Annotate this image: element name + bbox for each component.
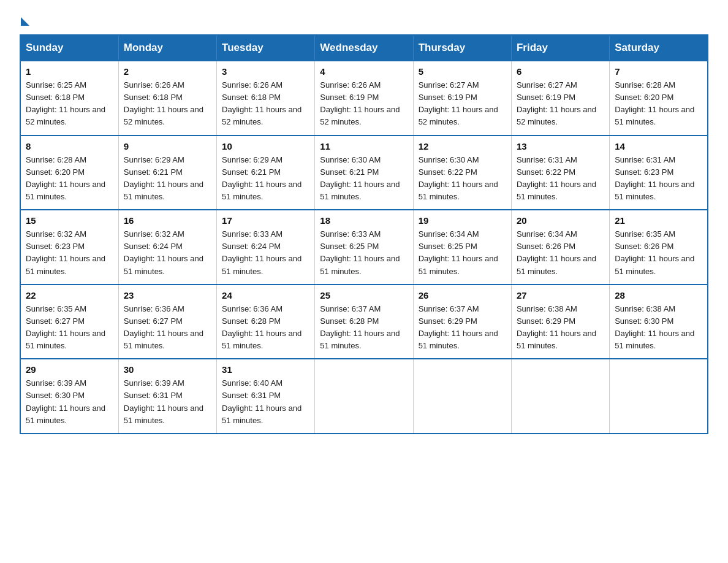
calendar-cell: 17Sunrise: 6:33 AMSunset: 6:24 PMDayligh… <box>217 210 315 285</box>
day-number: 5 <box>419 66 506 77</box>
day-info: Sunrise: 6:26 AMSunset: 6:19 PMDaylight:… <box>320 79 408 129</box>
day-info: Sunrise: 6:40 AMSunset: 6:31 PMDaylight:… <box>222 377 309 427</box>
day-info: Sunrise: 6:39 AMSunset: 6:31 PMDaylight:… <box>124 377 211 427</box>
day-info: Sunrise: 6:37 AMSunset: 6:28 PMDaylight:… <box>320 303 408 353</box>
day-info: Sunrise: 6:35 AMSunset: 6:27 PMDaylight:… <box>26 303 113 353</box>
day-number: 12 <box>419 141 506 151</box>
weekday-header-wednesday: Wednesday <box>315 35 413 61</box>
day-number: 18 <box>320 215 408 226</box>
calendar-cell <box>413 359 511 434</box>
calendar-cell: 15Sunrise: 6:32 AMSunset: 6:23 PMDayligh… <box>20 210 118 285</box>
day-number: 13 <box>517 141 604 151</box>
day-info: Sunrise: 6:33 AMSunset: 6:24 PMDaylight:… <box>222 228 309 278</box>
day-info: Sunrise: 6:25 AMSunset: 6:18 PMDaylight:… <box>26 79 113 129</box>
calendar-cell: 29Sunrise: 6:39 AMSunset: 6:30 PMDayligh… <box>20 359 118 434</box>
day-info: Sunrise: 6:32 AMSunset: 6:24 PMDaylight:… <box>124 228 211 278</box>
day-number: 30 <box>124 364 211 375</box>
day-number: 11 <box>320 141 408 151</box>
calendar-cell: 10Sunrise: 6:29 AMSunset: 6:21 PMDayligh… <box>217 136 315 210</box>
day-info: Sunrise: 6:31 AMSunset: 6:23 PMDaylight:… <box>615 154 702 204</box>
calendar-cell: 11Sunrise: 6:30 AMSunset: 6:21 PMDayligh… <box>315 136 413 210</box>
calendar-week-row: 1Sunrise: 6:25 AMSunset: 6:18 PMDaylight… <box>20 61 708 136</box>
day-info: Sunrise: 6:26 AMSunset: 6:18 PMDaylight:… <box>222 79 309 129</box>
calendar-cell: 3Sunrise: 6:26 AMSunset: 6:18 PMDaylight… <box>217 61 315 136</box>
calendar-cell: 8Sunrise: 6:28 AMSunset: 6:20 PMDaylight… <box>20 136 118 210</box>
day-number: 4 <box>320 66 408 77</box>
day-number: 27 <box>517 290 604 301</box>
day-info: Sunrise: 6:39 AMSunset: 6:30 PMDaylight:… <box>26 377 113 427</box>
day-number: 16 <box>124 215 211 226</box>
day-info: Sunrise: 6:35 AMSunset: 6:26 PMDaylight:… <box>615 228 702 278</box>
calendar-cell: 14Sunrise: 6:31 AMSunset: 6:23 PMDayligh… <box>610 136 708 210</box>
day-number: 21 <box>615 215 702 226</box>
logo-arrow-icon <box>21 17 29 26</box>
calendar-cell: 28Sunrise: 6:38 AMSunset: 6:30 PMDayligh… <box>610 285 708 359</box>
day-info: Sunrise: 6:38 AMSunset: 6:30 PMDaylight:… <box>615 303 702 353</box>
day-number: 31 <box>222 364 309 375</box>
calendar-header: SundayMondayTuesdayWednesdayThursdayFrid… <box>20 35 708 61</box>
calendar-table: SundayMondayTuesdayWednesdayThursdayFrid… <box>20 34 708 434</box>
day-number: 17 <box>222 215 309 226</box>
calendar-cell: 5Sunrise: 6:27 AMSunset: 6:19 PMDaylight… <box>413 61 511 136</box>
calendar-cell: 20Sunrise: 6:34 AMSunset: 6:26 PMDayligh… <box>511 210 609 285</box>
day-number: 26 <box>419 290 506 301</box>
day-info: Sunrise: 6:34 AMSunset: 6:25 PMDaylight:… <box>419 228 506 278</box>
day-number: 15 <box>26 215 113 226</box>
day-info: Sunrise: 6:27 AMSunset: 6:19 PMDaylight:… <box>419 79 506 129</box>
calendar-cell: 30Sunrise: 6:39 AMSunset: 6:31 PMDayligh… <box>118 359 216 434</box>
calendar-cell: 24Sunrise: 6:36 AMSunset: 6:28 PMDayligh… <box>217 285 315 359</box>
logo <box>20 15 29 23</box>
weekday-header-friday: Friday <box>511 35 609 61</box>
weekday-header-tuesday: Tuesday <box>217 35 315 61</box>
day-info: Sunrise: 6:37 AMSunset: 6:29 PMDaylight:… <box>419 303 506 353</box>
day-number: 20 <box>517 215 604 226</box>
day-number: 9 <box>124 141 211 151</box>
day-number: 10 <box>222 141 309 151</box>
calendar-cell: 1Sunrise: 6:25 AMSunset: 6:18 PMDaylight… <box>20 61 118 136</box>
calendar-cell: 31Sunrise: 6:40 AMSunset: 6:31 PMDayligh… <box>217 359 315 434</box>
calendar-cell: 23Sunrise: 6:36 AMSunset: 6:27 PMDayligh… <box>118 285 216 359</box>
day-info: Sunrise: 6:30 AMSunset: 6:21 PMDaylight:… <box>320 154 408 204</box>
calendar-cell: 6Sunrise: 6:27 AMSunset: 6:19 PMDaylight… <box>511 61 609 136</box>
day-number: 7 <box>615 66 702 77</box>
day-number: 3 <box>222 66 309 77</box>
calendar-cell <box>610 359 708 434</box>
day-info: Sunrise: 6:34 AMSunset: 6:26 PMDaylight:… <box>517 228 604 278</box>
calendar-cell: 22Sunrise: 6:35 AMSunset: 6:27 PMDayligh… <box>20 285 118 359</box>
day-number: 22 <box>26 290 113 301</box>
calendar-cell <box>511 359 609 434</box>
day-info: Sunrise: 6:32 AMSunset: 6:23 PMDaylight:… <box>26 228 113 278</box>
calendar-week-row: 29Sunrise: 6:39 AMSunset: 6:30 PMDayligh… <box>20 359 708 434</box>
day-number: 23 <box>124 290 211 301</box>
calendar-cell: 13Sunrise: 6:31 AMSunset: 6:22 PMDayligh… <box>511 136 609 210</box>
day-number: 28 <box>615 290 702 301</box>
day-info: Sunrise: 6:27 AMSunset: 6:19 PMDaylight:… <box>517 79 604 129</box>
day-info: Sunrise: 6:30 AMSunset: 6:22 PMDaylight:… <box>419 154 506 204</box>
day-info: Sunrise: 6:36 AMSunset: 6:27 PMDaylight:… <box>124 303 211 353</box>
calendar-cell: 25Sunrise: 6:37 AMSunset: 6:28 PMDayligh… <box>315 285 413 359</box>
day-number: 14 <box>615 141 702 151</box>
weekday-row: SundayMondayTuesdayWednesdayThursdayFrid… <box>20 35 708 61</box>
day-number: 24 <box>222 290 309 301</box>
weekday-header-thursday: Thursday <box>413 35 511 61</box>
day-info: Sunrise: 6:28 AMSunset: 6:20 PMDaylight:… <box>26 154 113 204</box>
calendar-cell: 4Sunrise: 6:26 AMSunset: 6:19 PMDaylight… <box>315 61 413 136</box>
day-number: 2 <box>124 66 211 77</box>
calendar-cell: 21Sunrise: 6:35 AMSunset: 6:26 PMDayligh… <box>610 210 708 285</box>
weekday-header-sunday: Sunday <box>20 35 118 61</box>
day-info: Sunrise: 6:31 AMSunset: 6:22 PMDaylight:… <box>517 154 604 204</box>
calendar-cell: 7Sunrise: 6:28 AMSunset: 6:20 PMDaylight… <box>610 61 708 136</box>
calendar-cell: 9Sunrise: 6:29 AMSunset: 6:21 PMDaylight… <box>118 136 216 210</box>
day-info: Sunrise: 6:29 AMSunset: 6:21 PMDaylight:… <box>124 154 211 204</box>
day-info: Sunrise: 6:33 AMSunset: 6:25 PMDaylight:… <box>320 228 408 278</box>
calendar-cell: 2Sunrise: 6:26 AMSunset: 6:18 PMDaylight… <box>118 61 216 136</box>
logo-top <box>20 15 29 26</box>
weekday-header-saturday: Saturday <box>610 35 708 61</box>
day-info: Sunrise: 6:29 AMSunset: 6:21 PMDaylight:… <box>222 154 309 204</box>
calendar-week-row: 8Sunrise: 6:28 AMSunset: 6:20 PMDaylight… <box>20 136 708 210</box>
weekday-header-monday: Monday <box>118 35 216 61</box>
day-number: 25 <box>320 290 408 301</box>
calendar-body: 1Sunrise: 6:25 AMSunset: 6:18 PMDaylight… <box>20 61 708 434</box>
day-info: Sunrise: 6:36 AMSunset: 6:28 PMDaylight:… <box>222 303 309 353</box>
calendar-cell: 26Sunrise: 6:37 AMSunset: 6:29 PMDayligh… <box>413 285 511 359</box>
